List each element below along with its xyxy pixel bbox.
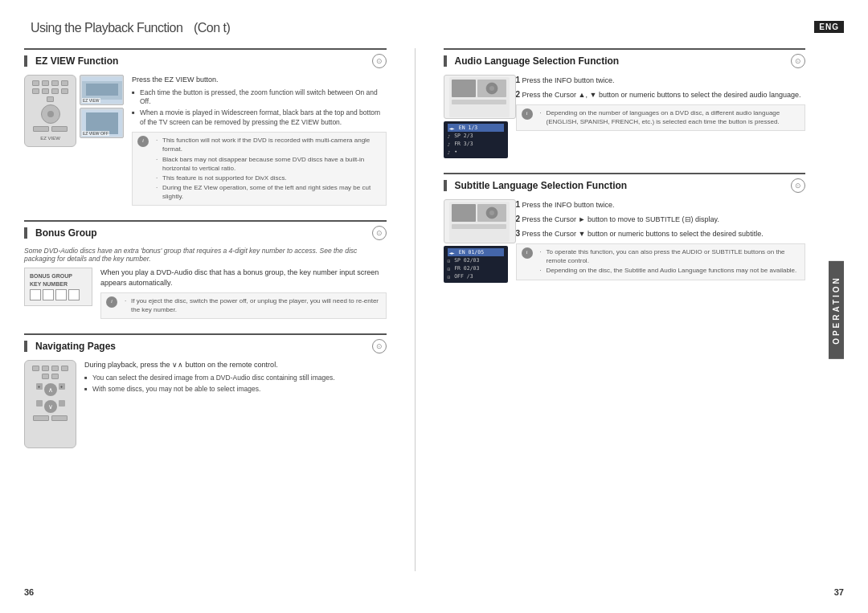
page-number-right: 37 <box>834 587 844 597</box>
note-line1: This function will not work if the DVD i… <box>153 136 381 153</box>
audio-content: ◄► EN 1/3 ♪ SP 2/3 ♪ FR 3/3 <box>444 75 806 158</box>
bonus-group-section: Bonus Group ⊙ Some DVD-Audio discs have … <box>24 220 387 319</box>
note-line4: During the EZ View operation, some of th… <box>153 183 381 201</box>
ez-view-img2: EZ VIEW OFF <box>80 108 124 138</box>
audio-row-3: ♪ FR 3/3 <box>448 140 504 148</box>
dvd-player-mockup-2 <box>444 199 516 243</box>
note-icon-audio: i <box>522 108 533 120</box>
note-icon: i <box>137 136 149 147</box>
bonus-label: BONUS GROUP <box>30 273 87 279</box>
navigating-icon: ⊙ <box>372 339 387 353</box>
ez-view-label1: EZ VIEW <box>82 98 100 103</box>
ez-view-bullet2: When a movie is played in Widescreen for… <box>132 108 387 128</box>
bonus-content: BONUS GROUP KEY NUMBER When you play a D… <box>24 268 387 319</box>
key-digit-3 <box>55 289 67 300</box>
ez-view-icon: ⊙ <box>372 54 387 68</box>
bonus-note: i If you eject the disc, switch the powe… <box>100 292 387 319</box>
subtitle-text: (Con t) <box>194 21 230 35</box>
page-footer: 36 37 <box>24 582 844 597</box>
subtitle-note-1: To operate this function, you can also p… <box>537 247 800 265</box>
section-bar <box>444 55 447 67</box>
subtitle-header: Subtitle Language Selection Function ⊙ <box>444 173 806 193</box>
note-icon-subtitle: i <box>522 247 533 259</box>
dvd-player-mockup <box>444 75 516 119</box>
ez-view-header: EZ VIEW Function ⊙ <box>24 48 387 68</box>
title-text: Using the Playback Function <box>31 21 182 35</box>
audio-note-text: Depending on the number of languages on … <box>537 108 800 126</box>
subtitle-row-1: ◄► EN 01/05 <box>448 248 504 256</box>
bonus-icon: ⊙ <box>372 226 387 240</box>
nav-main-text: During playback, press the ∨∧ button on … <box>84 360 387 370</box>
navigating-title: Navigating Pages <box>35 341 367 352</box>
subtitle-row-2: ⊟ SP 02/03 <box>448 256 504 264</box>
eng-badge: ENG <box>814 21 844 33</box>
bonus-group-header: Bonus Group ⊙ <box>24 220 387 240</box>
remote-illustration: EZ VIEW <box>24 75 76 147</box>
ez-view-notes: i This function will not work if the DVD… <box>132 132 387 206</box>
section-bar <box>444 180 447 191</box>
navigating-content: + ∧ + ∨ <box>24 360 387 448</box>
subtitle-instructions: 1 Press the INFO button twice. 2 Press t… <box>516 199 806 280</box>
subtitle-step3: 3 Press the Cursor ▼ button or numeric b… <box>516 228 806 239</box>
ez-view-section: EZ VIEW Function ⊙ <box>24 48 387 206</box>
left-column: EZ VIEW Function ⊙ <box>24 48 387 571</box>
subtitle-row-3: ⊟ FR 02/03 <box>448 264 504 272</box>
ez-view-content: EZ VIEW EZ VIEW <box>24 75 387 206</box>
bonus-note-text: If you eject the disc, switch the power … <box>121 296 381 314</box>
audio-row-1: ◄► EN 1/3 <box>448 124 504 132</box>
audio-instructions: 1 Press the INFO button twice. 2 Press t… <box>516 75 806 131</box>
key-digit-1 <box>30 289 41 300</box>
nav-remote: + ∧ + ∨ <box>24 360 76 448</box>
svg-rect-13 <box>452 224 506 229</box>
ez-view-title: EZ VIEW Function <box>35 55 367 67</box>
section-bar <box>24 341 27 352</box>
bonus-key-box: BONUS GROUP KEY NUMBER <box>24 268 92 306</box>
subtitle-step1: 1 Press the INFO button twice. <box>516 199 806 210</box>
subtitle-section: Subtitle Language Selection Function ⊙ <box>444 173 806 283</box>
subtitle-row-4: ⊟ OFF /3 <box>448 272 504 280</box>
note-line3: This feature is not supported for DivX d… <box>153 174 381 182</box>
operation-tab: OPERATION <box>829 261 844 359</box>
navigating-header: Navigating Pages ⊙ <box>24 333 387 353</box>
key-digit-4 <box>68 289 80 300</box>
audio-row-2: ♪ SP 2/3 <box>448 132 504 140</box>
audio-step1: 1 Press the INFO button twice. <box>516 75 806 86</box>
column-divider <box>415 48 416 571</box>
subtitle-title: Subtitle Language Selection Function <box>455 180 787 191</box>
ez-view-label2: EZ VIEW OFF <box>82 131 109 136</box>
navigating-instructions: During playback, press the ∨∧ button on … <box>84 360 387 395</box>
subtitle-step2: 2 Press the Cursor ► button to move to S… <box>516 214 806 225</box>
content-columns: EZ VIEW Function ⊙ <box>24 48 844 571</box>
subtitle-note-2: Depending on the disc, the Subtitle and … <box>537 266 800 275</box>
subtitle-notes: i To operate this function, you can also… <box>516 243 806 280</box>
subtitle-icon: ⊙ <box>791 178 805 193</box>
page-number-left: 36 <box>24 587 34 597</box>
audio-row-4: ♪ • <box>448 148 504 156</box>
audio-title: Audio Language Selection Function <box>455 55 787 67</box>
key-digit-2 <box>43 289 54 300</box>
page-title: Using the Playback Function (Con t) <box>24 16 230 37</box>
section-bar <box>24 55 27 67</box>
bonus-italic-note: Some DVD-Audio discs have an extra 'bonu… <box>24 247 387 263</box>
audio-language-section: Audio Language Selection Function ⊙ <box>444 48 806 158</box>
audio-display: ◄► EN 1/3 ♪ SP 2/3 ♪ FR 3/3 <box>444 121 508 158</box>
nav-bullet2: With some discs, you may not be able to … <box>84 385 387 394</box>
audio-note: i Depending on the number of languages o… <box>516 104 806 131</box>
subtitle-display: ◄► EN 01/05 ⊟ SP 02/03 ⊟ FR 02/03 <box>444 246 508 283</box>
svg-rect-2 <box>86 84 118 96</box>
right-column: Audio Language Selection Function ⊙ <box>444 48 806 571</box>
key-label: KEY NUMBER <box>30 281 87 287</box>
ez-view-img1: EZ VIEW <box>80 75 124 105</box>
page-container: Using the Playback Function (Con t) ENG … <box>0 0 868 613</box>
bonus-main-text: When you play a DVD-Audio disc that has … <box>100 268 387 288</box>
note-icon-bonus: i <box>106 296 117 308</box>
navigating-pages-section: Navigating Pages ⊙ + ∧ + <box>24 333 387 448</box>
svg-rect-6 <box>452 80 476 97</box>
key-input-display <box>30 289 87 300</box>
ez-view-step1: Press the EZ VIEW button. <box>132 75 387 85</box>
svg-rect-7 <box>452 100 506 104</box>
bonus-instructions: When you play a DVD-Audio disc that has … <box>100 268 387 319</box>
svg-rect-12 <box>452 204 476 222</box>
operation-tab-container: OPERATION <box>829 48 844 571</box>
ez-view-step1-text: Press the EZ VIEW button. <box>132 76 219 84</box>
